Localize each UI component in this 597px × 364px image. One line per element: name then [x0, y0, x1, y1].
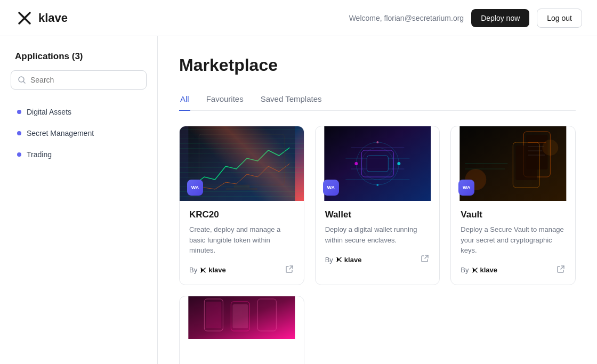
- deploy-now-button[interactable]: Deploy now: [471, 9, 529, 27]
- sidebar-item-secret-management[interactable]: Secret Management: [11, 124, 147, 143]
- external-link-icon[interactable]: [556, 264, 566, 276]
- nav-dot: [17, 152, 21, 157]
- svg-rect-36: [232, 304, 248, 328]
- wa-badge-wallet: WA: [323, 180, 339, 196]
- card-image-container: WA: [316, 126, 440, 201]
- tab-saved-templates[interactable]: Saved Templates: [260, 90, 323, 111]
- welcome-message: Welcome, florian@secretarium.org: [349, 14, 464, 22]
- search-input[interactable]: [30, 76, 140, 84]
- card-vault[interactable]: WA Vault Deploy a Secure Vault to manage…: [450, 126, 576, 285]
- card-by: By klave: [189, 266, 226, 274]
- card-fourth[interactable]: [179, 296, 304, 365]
- app-layout: Applications (3) Digital Assets Secret M…: [0, 36, 597, 364]
- svg-rect-3: [233, 185, 249, 188]
- sidebar-item-trading[interactable]: Trading: [11, 145, 147, 164]
- svg-rect-2: [199, 134, 284, 185]
- card-title: Vault: [461, 209, 566, 220]
- card-footer: By klave: [325, 254, 430, 265]
- card-description: Deploy a Secure Vault to manage your sec…: [461, 224, 566, 256]
- card-title: Wallet: [325, 209, 430, 220]
- svg-rect-13: [367, 156, 388, 172]
- card-by: By klave: [461, 266, 497, 274]
- sidebar-item-label: Digital Assets: [27, 108, 71, 116]
- klave-logo-icon: [15, 9, 34, 28]
- search-box: [11, 70, 147, 90]
- sidebar-item-digital-assets[interactable]: Digital Assets: [11, 102, 147, 122]
- klave-brand: klave: [199, 266, 226, 274]
- logout-button[interactable]: Log out: [537, 9, 582, 28]
- by-label: By: [325, 256, 333, 264]
- search-icon: [18, 76, 26, 84]
- svg-point-28: [543, 140, 559, 156]
- wa-badge-vault: WA: [458, 180, 474, 196]
- card-by: By klave: [325, 256, 362, 264]
- sidebar-item-label: Trading: [27, 150, 52, 159]
- external-link-svg: [420, 254, 430, 263]
- header-actions: Welcome, florian@secretarium.org Deploy …: [349, 9, 582, 28]
- card-krc20[interactable]: WA KRC20 Create, deploy and manage a bas…: [179, 126, 304, 285]
- card-image-fourth: [180, 296, 304, 339]
- klave-brand: klave: [335, 256, 362, 264]
- svg-point-15: [397, 162, 400, 165]
- cards-grid: WA KRC20 Create, deploy and manage a bas…: [179, 126, 576, 364]
- nav-items: Digital Assets Secret Management Trading: [11, 102, 147, 164]
- card-image-container: [180, 296, 304, 365]
- tabs-bar: All Favourites Saved Templates: [179, 90, 576, 111]
- logo: klave: [15, 9, 68, 28]
- svg-point-17: [376, 184, 378, 186]
- nav-dot: [17, 131, 21, 135]
- page-title: Marketplace: [179, 55, 576, 75]
- card-body-wallet: Wallet Deploy a digital wallet running w…: [316, 201, 440, 274]
- card-wallet[interactable]: WA Wallet Deploy a digital wallet runnin…: [315, 126, 440, 285]
- by-label: By: [461, 266, 469, 274]
- card-body-vault: Vault Deploy a Secure Vault to manage yo…: [451, 201, 575, 285]
- main-content: Marketplace All Favourites Saved Templat…: [158, 36, 597, 364]
- svg-rect-35: [206, 302, 221, 328]
- card-body-krc20: KRC20 Create, deploy and manage a basic …: [180, 201, 304, 285]
- card-description: Create, deploy and manage a basic fungib…: [189, 224, 294, 256]
- card-image-container: WA: [451, 126, 575, 201]
- external-link-icon[interactable]: [285, 264, 294, 276]
- card-image-container: WA: [180, 126, 304, 201]
- sidebar-title: Applications (3): [11, 51, 147, 62]
- card-footer: By klave: [461, 264, 566, 276]
- svg-point-16: [376, 141, 378, 143]
- klave-brand: klave: [471, 266, 498, 274]
- svg-rect-4: [225, 188, 257, 190]
- card-footer: By klave: [189, 264, 294, 276]
- tab-favourites[interactable]: Favourites: [205, 90, 245, 111]
- card-description: Deploy a digital wallet running within s…: [325, 224, 430, 245]
- external-link-svg: [285, 264, 294, 274]
- svg-rect-1: [188, 126, 295, 201]
- klave-mini-icon: [471, 266, 479, 274]
- klave-mini-icon: [335, 256, 343, 263]
- nav-dot: [17, 110, 21, 114]
- by-label: By: [189, 266, 197, 274]
- card-title: KRC20: [189, 209, 294, 220]
- fourth-decoration: [180, 296, 304, 339]
- app-header: klave Welcome, florian@secretarium.org D…: [0, 0, 597, 36]
- wa-badge-krc20: WA: [187, 180, 203, 196]
- tab-all[interactable]: All: [179, 90, 190, 111]
- external-link-svg: [556, 264, 566, 274]
- sidebar-item-label: Secret Management: [27, 129, 94, 137]
- svg-point-14: [354, 162, 358, 165]
- klave-mini-icon: [199, 266, 207, 274]
- external-link-icon[interactable]: [420, 254, 430, 265]
- logo-text: klave: [38, 11, 68, 25]
- sidebar: Applications (3) Digital Assets Secret M…: [0, 36, 158, 364]
